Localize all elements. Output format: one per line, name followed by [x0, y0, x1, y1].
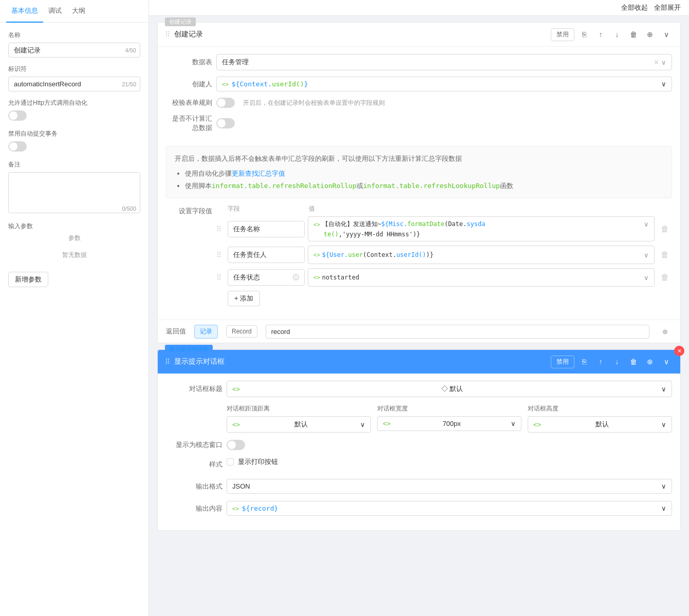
table-clear-icon[interactable]: ✕: [654, 59, 659, 66]
info-link1[interactable]: 更新查找汇总字值: [232, 170, 285, 177]
field-drag-icon-1[interactable]: ⠿: [216, 225, 225, 233]
disable-tx-toggle[interactable]: [8, 141, 27, 152]
table-field-value: 任务管理 ✕ ∨: [216, 54, 672, 70]
top-dist-code-icon: <>: [232, 421, 240, 428]
field-drag-icon-2[interactable]: ⠿: [216, 251, 225, 259]
modal-toggle-row: 显示为模态窗口: [166, 440, 672, 450]
http-toggle[interactable]: [8, 110, 27, 121]
content-area: 创建记录 ⠿ 创建记录 禁用 ⎘ ↑ ↓ 🗑 ⊕ ∨ 数据表: [149, 16, 689, 616]
print-btn-checkbox[interactable]: [227, 458, 234, 465]
top-distance-select[interactable]: <> 默认 ∨: [227, 416, 371, 433]
creator-code-input[interactable]: <> ${Context.userId()} ∨: [216, 77, 672, 91]
more-icon[interactable]: ∨: [660, 28, 673, 41]
duplicate-icon[interactable]: ⊕: [643, 28, 657, 41]
table-label: 数据表: [166, 58, 212, 67]
output-format-select[interactable]: JSON ∨: [227, 479, 672, 494]
field-delete-2[interactable]: 🗑: [658, 250, 672, 259]
dialog-copy-icon[interactable]: ⎘: [578, 355, 591, 368]
set-fields-section: 设置字段值 字段 值 ⠿ 任务名称: [158, 204, 680, 320]
dialog-block-tag: 显示提示对话框: [165, 345, 213, 353]
dialog-duplicate-icon[interactable]: ⊕: [643, 355, 657, 368]
add-field-btn[interactable]: + 添加: [228, 291, 260, 306]
table-select[interactable]: 任务管理 ✕ ∨: [216, 54, 672, 70]
tab-outline[interactable]: 大纲: [67, 0, 90, 23]
name-label: 名称: [8, 31, 140, 40]
move-down-icon[interactable]: ↓: [610, 28, 624, 41]
dialog-disable-btn[interactable]: 禁用: [551, 356, 574, 368]
move-up-icon[interactable]: ↑: [594, 28, 607, 41]
validate-toggle-row: 校验表单规则 开启后，在创建记录时会校验表单设置中的字段规则: [166, 98, 672, 108]
identifier-count: 21/50: [122, 81, 136, 87]
field-drag-icon-3[interactable]: ⠿: [216, 273, 225, 282]
creator-arrow-icon: ∨: [661, 80, 666, 88]
field-delete-1[interactable]: 🗑: [658, 225, 672, 234]
name-input[interactable]: [8, 43, 140, 58]
creator-field-row: 创建人 <> ${Context.userId()} ∨: [166, 77, 672, 91]
no-sum-toggle[interactable]: [216, 118, 235, 128]
main-content: 全部收起 全部展开 创建记录 ⠿ 创建记录 禁用 ⎘ ↑ ↓ 🗑 ⊕ ∨: [149, 0, 689, 616]
validate-toggle[interactable]: [216, 98, 235, 108]
field-dropdown-3[interactable]: ∨: [644, 274, 649, 282]
field-value-1[interactable]: <> 【自动化】发送通知~${Misc.formatDate(Date.sysd…: [308, 216, 655, 241]
info-code2: informat.table.refreshLookupRollup: [363, 182, 500, 190]
return-copy-icon[interactable]: ⊕: [658, 324, 672, 339]
tab-basic-info[interactable]: 基本信息: [6, 0, 43, 23]
field-dropdown-1[interactable]: ∨: [644, 220, 649, 228]
output-content-arrow: ∨: [661, 505, 666, 512]
delete-icon[interactable]: 🗑: [627, 28, 640, 41]
copy-icon[interactable]: ⎘: [578, 28, 591, 41]
params-label: 输入参数: [8, 222, 140, 231]
tab-debug[interactable]: 调试: [43, 0, 67, 23]
top-distance-item: 对话框距顶距离 <> 默认 ∨: [227, 404, 371, 433]
dialog-close-x[interactable]: ✕: [674, 346, 684, 356]
field-value-inner-1: <> 【自动化】发送通知~${Misc.formatDate(Date.sysd…: [313, 220, 649, 229]
height-select[interactable]: <> 默认 ∨: [528, 416, 672, 433]
note-textarea[interactable]: [8, 172, 140, 213]
expand-all-btn[interactable]: 全部展开: [654, 3, 681, 12]
return-input[interactable]: record: [266, 325, 649, 339]
field-info-icon-3: ⓘ: [293, 273, 299, 282]
output-content-code-icon: <>: [232, 506, 239, 512]
dialog-title-arrow: ∨: [661, 385, 666, 393]
identifier-input[interactable]: [8, 77, 140, 91]
dialog-move-up-icon[interactable]: ↑: [594, 355, 607, 368]
block-header: ⠿ 创建记录 禁用 ⎘ ↑ ↓ 🗑 ⊕ ∨: [158, 23, 680, 47]
field-item-1: ⠿ 任务名称 <> 【自动化】发送通知~${Misc.formatDate(Da…: [216, 216, 672, 241]
output-format-arrow: ∨: [661, 482, 666, 490]
height-label: 对话框高度: [528, 404, 672, 413]
note-wrapper: 0/500: [8, 172, 140, 215]
field-delete-3[interactable]: 🗑: [658, 273, 672, 282]
width-value: 700px: [442, 420, 460, 427]
field-name-2[interactable]: 任务责任人: [228, 247, 305, 263]
field-item-3: ⠿ 任务状态 ⓘ <> notstarted ∨ 🗑: [216, 268, 672, 287]
create-record-block: 创建记录 ⠿ 创建记录 禁用 ⎘ ↑ ↓ 🗑 ⊕ ∨ 数据表: [157, 22, 681, 343]
dialog-move-down-icon[interactable]: ↓: [610, 355, 624, 368]
field-name-1[interactable]: 任务名称: [228, 221, 305, 237]
output-content-input[interactable]: <> ${record} ∨: [227, 501, 672, 516]
field-name-3[interactable]: 任务状态 ⓘ: [228, 269, 305, 286]
add-param-button[interactable]: 新增参数: [8, 272, 48, 287]
note-label: 备注: [8, 160, 140, 169]
field-value-text-1b: te(),'yyyy-MM-dd HHmmss')}: [313, 231, 420, 238]
return-tab-record-cn[interactable]: 记录: [194, 325, 218, 339]
top-dist-arrow: ∨: [360, 421, 365, 428]
table-select-text: 任务管理: [222, 58, 654, 67]
return-tab-record-en[interactable]: Record: [226, 325, 257, 338]
field-value-3[interactable]: <> notstarted ∨: [308, 268, 655, 287]
dialog-header: ⠿ 显示提示对话框 禁用 ⎘ ↑ ↓ 🗑 ⊕ ∨: [158, 350, 680, 374]
info-bullet2: 使用脚本informat.table.refreshRelationRollup…: [185, 180, 663, 192]
drag-handle-icon[interactable]: ⠿: [165, 30, 170, 39]
info-bullet1: 使用自动化步骤更新查找汇总字值: [185, 167, 663, 179]
field-dropdown-2[interactable]: ∨: [644, 251, 649, 259]
dialog-more-icon[interactable]: ∨: [660, 355, 673, 368]
dialog-title-label: 对话框标题: [166, 384, 222, 394]
collapse-all-btn[interactable]: 全部收起: [621, 3, 648, 12]
dialog-drag-handle[interactable]: ⠿: [165, 358, 170, 366]
dialog-title-select[interactable]: <> ◇ 默认 ∨: [227, 381, 672, 397]
modal-toggle[interactable]: [227, 440, 245, 450]
field-value-2[interactable]: <> ${User.user(Context.userId())} ∨: [308, 246, 655, 264]
disable-btn[interactable]: 禁用: [551, 28, 574, 41]
no-sum-toggle-row: 是否不计算汇总数据: [166, 114, 672, 133]
width-select[interactable]: <> 700px ∨: [377, 416, 522, 431]
dialog-delete-icon[interactable]: 🗑: [627, 355, 640, 368]
